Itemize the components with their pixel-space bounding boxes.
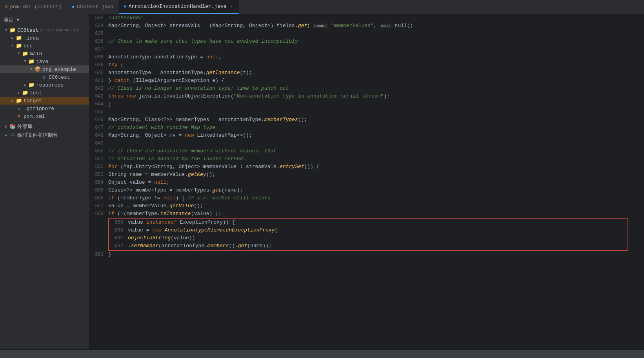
pom-icon: m xyxy=(5,4,7,10)
folder-icon: 📁 xyxy=(22,90,28,96)
sidebar-item-org-example[interactable]: ▼ 📦 org.example xyxy=(0,65,89,73)
chevron-right-icon: ▶ xyxy=(22,82,28,88)
line-number: 653 xyxy=(89,171,108,179)
code-line-660: 660 value = new AnnotationTypeMismatchEx… xyxy=(109,226,628,234)
sidebar-item-main[interactable]: ▼ 📁 main xyxy=(0,50,89,58)
code-line-637: 637 xyxy=(89,45,644,53)
code-line-638: 638 AnnotationType annotationType = null… xyxy=(89,53,644,61)
sidebar-item-label: test xyxy=(30,90,42,96)
pom-file-icon: m xyxy=(16,113,22,119)
chevron-right-icon: ▶ xyxy=(3,132,9,138)
annotation-icon: ● xyxy=(124,4,126,9)
code-line-661: 661 objectToString(value)) xyxy=(109,234,628,242)
line-content: // consistent with runtime Map type xyxy=(108,124,644,132)
line-number: 648 xyxy=(89,132,108,139)
chevron-placeholder xyxy=(9,113,16,119)
chevron-placeholder xyxy=(35,74,41,80)
sidebar-item-label: CC6test xyxy=(49,74,70,80)
line-number: 663 xyxy=(89,251,108,259)
sidebar-item-label: target xyxy=(24,98,42,104)
tab-cc6[interactable]: ● CC6test.java xyxy=(67,0,119,14)
sidebar-item-pom-xml[interactable]: m pom.xml xyxy=(0,112,89,120)
code-line-648: 648 Map<String, Object> mv = new LinkedH… xyxy=(89,132,644,139)
line-content: Class<?> memberType = memberTypes.get(na… xyxy=(108,186,644,194)
sidebar-item-cc6test-root[interactable]: ▼ 📁 CC6test D:\yingwenmingt xyxy=(0,26,89,34)
code-line-656: 656 if (memberType != null) { // i.e. me… xyxy=(89,194,644,202)
code-line-636: 636 // Check to make sure that types hav… xyxy=(89,38,644,45)
package-icon: 📦 xyxy=(35,66,41,72)
sidebar-item-gitignore[interactable]: ⊘ .gitignore xyxy=(0,105,89,112)
main-layout: 项目 ▾ ▼ 📁 CC6test D:\yingwenmingt ▶ 📁 .id… xyxy=(0,14,644,349)
line-number: 640 xyxy=(89,69,108,77)
line-number: 652 xyxy=(89,163,108,171)
line-number: 645 xyxy=(89,108,108,116)
temp-icon: ≡ xyxy=(9,132,16,138)
chevron-placeholder xyxy=(9,105,16,112)
line-number: 656 xyxy=(89,194,108,202)
sidebar-header-label: 项目 ▾ xyxy=(3,16,20,24)
sidebar-item-src[interactable]: ▼ 📁 src xyxy=(0,42,89,50)
line-number: 660 xyxy=(109,226,128,234)
line-content: value = memberValue.getValue(); xyxy=(108,202,644,210)
line-number: 635 xyxy=(89,30,108,38)
sidebar-item-external-libs[interactable]: ▶ 📚 外部库 xyxy=(0,122,89,131)
tab-cc6-label: CC6test.java xyxy=(77,4,114,10)
code-line-663: 663 } xyxy=(89,251,644,259)
sidebar-item-label: org.example xyxy=(42,67,76,72)
cc6-icon: ● xyxy=(72,4,75,10)
sidebar-item-test[interactable]: ▶ 📁 test xyxy=(0,89,89,97)
line-content xyxy=(108,108,644,116)
code-line-662: 662 .setMember(annotationType.members().… xyxy=(109,242,628,250)
libs-icon: 📚 xyxy=(9,123,16,130)
line-content: for (Map.Entry<String, Object> memberVal… xyxy=(108,163,644,171)
line-number: 657 xyxy=(89,202,108,210)
folder-icon: 📁 xyxy=(16,35,22,41)
line-content: objectToString(value)) xyxy=(128,234,628,242)
line-number: 644 xyxy=(89,100,108,108)
sidebar-item-temp[interactable]: ▶ ≡ 临时文件和控制台 xyxy=(0,131,89,139)
sidebar-item-java[interactable]: ▼ 📁 java xyxy=(0,58,89,65)
sidebar-item-cc6test-file[interactable]: ⊙ CC6test xyxy=(0,73,89,81)
folder-orange-icon: 📁 xyxy=(16,98,22,104)
code-line-650: 650 // If there are annotation members w… xyxy=(89,147,644,155)
tab-annotation[interactable]: ● AnnotationInvocationHandler.java ✕ xyxy=(119,0,239,14)
chevron-right-icon: ▶ xyxy=(3,123,9,130)
code-line-654: 654 Object value = null; xyxy=(89,179,644,186)
code-line-651: 651 // situation is handled by the invok… xyxy=(89,155,644,163)
java-file-icon: ⊙ xyxy=(41,74,47,80)
sidebar-item-target[interactable]: ▶ 📁 target xyxy=(0,97,89,105)
line-content: } xyxy=(108,251,644,259)
sidebar-header[interactable]: 项目 ▾ xyxy=(0,14,89,26)
line-content: annotationType = AnnotationType.getInsta… xyxy=(108,69,644,77)
tab-annotation-label: AnnotationInvocationHandler.java xyxy=(129,4,227,9)
code-line-646: 646 Map<String, Class<?>> memberTypes = … xyxy=(89,116,644,124)
line-number: 634 xyxy=(89,22,108,30)
code-line-634: 634 Map<String, Object> streamVals = (Ma… xyxy=(89,22,644,30)
line-content: } catch (IllegalArgumentException e) { xyxy=(108,77,644,85)
sidebar-item-sublabel: D:\yingwenmingt xyxy=(40,28,79,33)
tab-pom[interactable]: m pom.xml (CC6test) xyxy=(0,0,67,14)
line-content: Map<String, Object> streamVals = (Map<St… xyxy=(108,22,644,30)
line-content: value = new AnnotationTypeMismatchExcept… xyxy=(128,226,628,234)
chevron-down-icon: ▼ xyxy=(3,27,9,33)
folder-icon: 📁 xyxy=(22,51,28,57)
line-content: try { xyxy=(108,61,644,69)
code-line-657: 657 value = memberValue.getValue(); xyxy=(89,202,644,210)
code-line-659: 659 value instanceof ExceptionProxy)) { xyxy=(109,219,628,226)
line-number: 655 xyxy=(89,186,108,194)
line-number: 659 xyxy=(109,219,128,226)
project-icon: 📁 xyxy=(9,27,16,33)
line-number: 661 xyxy=(109,234,128,242)
line-content: Map<String, Object> mv = new LinkedHashM… xyxy=(108,132,644,139)
line-content: .setMember(annotationType.members().get(… xyxy=(128,242,628,250)
sidebar-item-resources[interactable]: ▶ 📁 resources xyxy=(0,81,89,89)
sidebar-item-label: .idea xyxy=(24,35,39,41)
chevron-right-icon: ▶ xyxy=(9,35,16,41)
sidebar-item-idea[interactable]: ▶ 📁 .idea xyxy=(0,34,89,42)
code-line-640: 640 annotationType = AnnotationType.getI… xyxy=(89,69,644,77)
tab-close-button[interactable]: ✕ xyxy=(229,3,234,10)
chevron-down-icon: ▼ xyxy=(28,66,35,72)
code-line-652: 652 for (Map.Entry<String, Object> membe… xyxy=(89,163,644,171)
line-content: Map<String, Class<?>> memberTypes = anno… xyxy=(108,116,644,124)
code-container[interactable]: 633 /unchecked/ 634 Map<String, Object> … xyxy=(89,14,644,349)
